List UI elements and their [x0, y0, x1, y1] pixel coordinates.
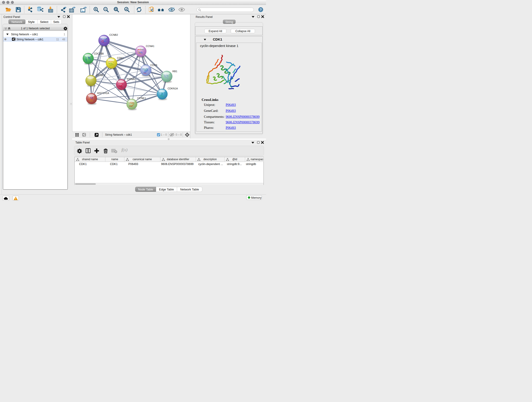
svg-text:CDC6: CDC6 [150, 64, 157, 66]
svg-text:CDKN1A: CDKN1A [167, 87, 178, 89]
svg-text:CCNE1: CCNE1 [137, 96, 146, 99]
svg-text:CDK1: CDK1 [117, 56, 123, 59]
svg-text:CCNB2: CCNB2 [109, 33, 118, 36]
svg-text:RB1: RB1 [172, 70, 177, 72]
svg-text:CCNA1: CCNA1 [146, 45, 154, 47]
svg-text:CCNA2: CCNA2 [127, 77, 135, 80]
svg-text:CCNB1: CCNB1 [96, 74, 105, 76]
svg-text:CDC25B: CDC25B [94, 52, 104, 55]
svg-text:HIST1H1A: HIST1H1A [97, 91, 109, 94]
svg-text:?: ? [260, 8, 262, 12]
